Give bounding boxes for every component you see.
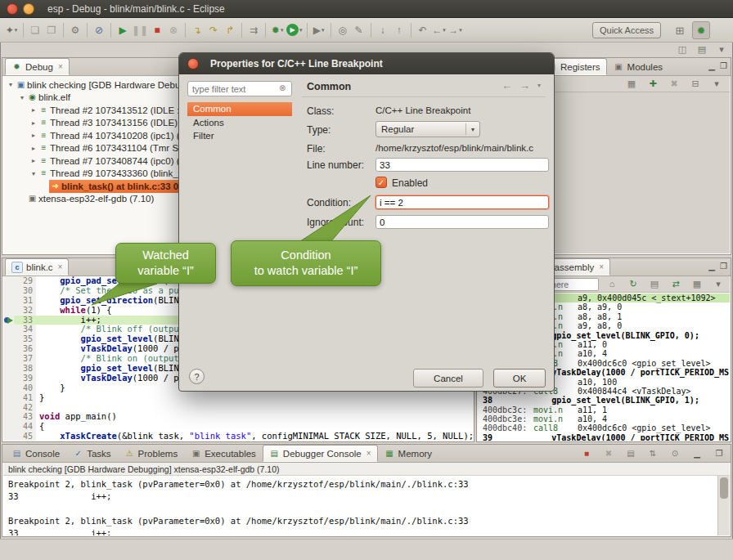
breakpoint-margin[interactable]: [3, 334, 14, 344]
breakpoint-margin[interactable]: [3, 344, 14, 354]
dialog-nav-item-common[interactable]: Common: [187, 102, 292, 116]
home-icon[interactable]: ⌂: [605, 278, 619, 291]
expander-closed-icon[interactable]: ▸: [29, 145, 38, 152]
skip-all-breakpoints-icon[interactable]: ⊘: [92, 22, 106, 38]
expander-closed-icon[interactable]: ▸: [29, 119, 38, 127]
minimize-icon[interactable]: ▁: [708, 61, 715, 70]
breakpoint-margin[interactable]: [3, 325, 14, 334]
layout-icon[interactable]: ▦: [624, 78, 639, 91]
instruction-stepping-icon[interactable]: ⇉: [246, 22, 261, 38]
minimize-icon[interactable]: ▁: [690, 447, 704, 459]
tab-tasks[interactable]: ✓Tasks: [66, 445, 117, 462]
expander-open-icon[interactable]: ▾: [29, 170, 38, 177]
show-source-icon[interactable]: ▤: [647, 278, 662, 291]
sync-selection-icon[interactable]: ⇄: [668, 278, 683, 291]
disassembly-line[interactable]: 400dbc3e:movi.na10, 4: [478, 414, 730, 423]
enabled-checkbox[interactable]: ✓: [375, 177, 387, 188]
breakpoint-margin[interactable]: [3, 412, 14, 422]
step-into-icon[interactable]: ↴: [190, 22, 205, 38]
disassembly-source-line[interactable]: 39 vTaskDelay(1000 / portTICK_PERIOD_MS)…: [478, 433, 730, 441]
breakpoint-margin[interactable]: [3, 383, 14, 393]
type-dropdown[interactable]: Regular ▾: [375, 121, 480, 137]
tab-debugger-console[interactable]: ▤Debugger Console×: [263, 445, 378, 462]
terminate-console-icon[interactable]: ■: [579, 447, 594, 459]
minimize-icon[interactable]: ▁: [708, 262, 715, 271]
history-menu-icon[interactable]: ▾: [537, 82, 541, 89]
remove-launch-icon[interactable]: ✖: [601, 447, 616, 459]
suspend-icon[interactable]: ❚❚: [132, 22, 148, 38]
tab-memory[interactable]: ▦Memory: [378, 445, 439, 462]
expander-closed-icon[interactable]: ▸: [29, 106, 38, 114]
scrollbar-thumb[interactable]: [720, 477, 728, 499]
ok-button[interactable]: OK: [493, 369, 546, 388]
ignore-count-input[interactable]: [375, 215, 549, 229]
step-return-icon[interactable]: ↱: [223, 22, 237, 38]
console-scrollbar[interactable]: [717, 476, 730, 535]
scroll-lock-icon[interactable]: ⇅: [645, 447, 660, 459]
forward-icon[interactable]: →: [519, 79, 530, 92]
dialog-nav-item-actions[interactable]: Actions: [187, 116, 292, 130]
breakpoint-margin[interactable]: [3, 286, 14, 296]
window-close-button[interactable]: [7, 3, 18, 15]
save-all-icon[interactable]: ❐: [44, 22, 59, 38]
breakpoint-margin[interactable]: [3, 393, 14, 403]
remove-register-group-icon[interactable]: ✖: [667, 78, 681, 91]
condition-input[interactable]: [375, 195, 549, 209]
next-annotation-icon[interactable]: ↓: [375, 22, 390, 38]
refresh-icon[interactable]: ↻: [626, 278, 641, 291]
maximize-icon[interactable]: ❐: [720, 262, 727, 271]
expander-closed-icon[interactable]: ▸: [29, 157, 38, 164]
step-over-icon[interactable]: ↷: [206, 22, 221, 38]
view-menu-icon[interactable]: ▾: [711, 278, 726, 291]
clear-filter-icon[interactable]: ⊗: [279, 83, 286, 92]
breakpoint-margin[interactable]: [3, 374, 14, 383]
disassembly-line[interactable]: 400dbc40:call80x400dc6c0 <gpio_set_level…: [478, 423, 730, 432]
breakpoint-margin[interactable]: [3, 422, 14, 432]
last-edit-location-icon[interactable]: ↶: [416, 22, 430, 38]
breakpoint-margin[interactable]: [3, 354, 14, 364]
external-tools-icon[interactable]: ▶▾: [312, 22, 326, 38]
forward-icon[interactable]: →▾: [448, 22, 463, 38]
back-icon[interactable]: ←: [501, 79, 512, 92]
tab-problems[interactable]: ⚠Problems: [118, 445, 185, 462]
clear-console-icon[interactable]: ▤: [623, 447, 638, 459]
new-wizard-icon[interactable]: ✦▾: [4, 22, 19, 38]
dialog-nav-item-filter[interactable]: Filter: [187, 129, 292, 143]
dialog-close-button[interactable]: [187, 58, 199, 69]
tab-executables[interactable]: ▣Executables: [184, 445, 263, 462]
help-button[interactable]: ?: [189, 369, 205, 384]
collapse-all-icon[interactable]: ⊟: [688, 78, 703, 91]
close-tab-icon[interactable]: ×: [366, 449, 371, 458]
tab-console[interactable]: ▤Console: [5, 445, 66, 462]
breakpoint-margin[interactable]: [3, 296, 14, 306]
breakpoint-margin[interactable]: [3, 306, 14, 316]
quick-access-button[interactable]: Quick Access: [592, 22, 661, 38]
view-menu-icon[interactable]: ▾: [709, 78, 724, 91]
disassembly-line[interactable]: 400dbc3c:movi.na11, 1: [478, 405, 730, 414]
resume-icon[interactable]: ▶: [115, 22, 130, 38]
back-icon[interactable]: ←▾: [432, 22, 447, 38]
code-line[interactable]: 43void app_main(): [3, 412, 473, 422]
save-icon[interactable]: ❏: [28, 22, 43, 38]
breakpoint-margin[interactable]: [3, 276, 14, 286]
pin-console-icon[interactable]: ⊙: [668, 447, 682, 459]
run-icon[interactable]: ▶▾: [286, 22, 303, 38]
tab-debug[interactable]: ✹ Debug ×: [5, 58, 70, 75]
add-register-group-icon[interactable]: ✚: [645, 78, 660, 91]
tab-blink-c[interactable]: c blink.c ×: [5, 258, 69, 276]
debug-perspective-icon[interactable]: ✹: [692, 21, 710, 39]
tab-modules[interactable]: ▣ Modules: [607, 58, 669, 75]
opcode-icon[interactable]: ▦: [690, 278, 704, 291]
mark-occurrences-icon[interactable]: ✎: [352, 22, 366, 38]
breakpoint-margin[interactable]: [3, 432, 14, 441]
editor-area-icon[interactable]: ◫: [675, 43, 690, 56]
expander-open-icon[interactable]: ▾: [18, 94, 26, 101]
fast-view-icon[interactable]: ▤: [695, 43, 709, 56]
maximize-icon[interactable]: ❐: [720, 61, 727, 70]
previous-annotation-icon[interactable]: ↑: [392, 22, 407, 38]
cancel-button[interactable]: Cancel: [413, 369, 483, 388]
window-minimize-button[interactable]: [23, 3, 34, 15]
search-icon[interactable]: ◎: [335, 22, 350, 38]
breakpoint-margin[interactable]: [3, 364, 14, 374]
debug-icon[interactable]: ✹▾: [270, 22, 285, 38]
